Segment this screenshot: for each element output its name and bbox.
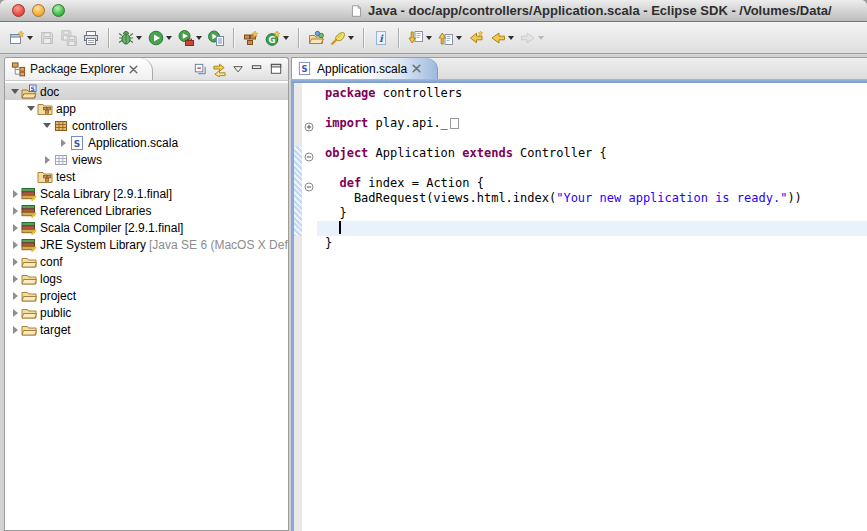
expand-arrow-icon[interactable]: [9, 326, 21, 334]
code-line[interactable]: def index = Action {: [325, 176, 867, 191]
collapse-all-button[interactable]: [192, 61, 209, 78]
dropdown-arrow-icon[interactable]: [348, 36, 354, 40]
dropdown-arrow-icon[interactable]: [27, 36, 33, 40]
code-line[interactable]: [325, 161, 867, 176]
tree-item-public[interactable]: public: [5, 304, 288, 321]
back-button[interactable]: [488, 26, 516, 50]
close-icon[interactable]: [412, 64, 421, 73]
tree-item-doc[interactable]: Sdoc: [5, 83, 288, 100]
dropdown-arrow-icon[interactable]: [196, 36, 202, 40]
save-all-button[interactable]: [59, 26, 79, 50]
code-line[interactable]: [325, 101, 867, 116]
expand-arrow-icon[interactable]: [9, 207, 21, 215]
close-icon[interactable]: [129, 65, 138, 74]
dropdown-arrow-icon[interactable]: [136, 36, 142, 40]
tree-item-target[interactable]: target: [5, 321, 288, 338]
scala-file-icon: S: [69, 135, 85, 151]
new-java-package-button[interactable]: [241, 26, 261, 50]
triangle-glyph: [11, 89, 19, 94]
tree-item-project[interactable]: project: [5, 287, 288, 304]
tree-item-scala-compiler-2-9-1-final[interactable]: Scala Compiler [2.9.1.final]: [5, 219, 288, 236]
code-line[interactable]: [325, 131, 867, 146]
tree-item-application-scala[interactable]: SApplication.scala: [5, 134, 288, 151]
expand-arrow-icon[interactable]: [9, 275, 21, 283]
fold-column[interactable]: [302, 83, 317, 531]
expand-arrow-icon[interactable]: [9, 292, 21, 300]
search-button[interactable]: [328, 26, 356, 50]
code-line[interactable]: BadRequest(views.html.index("Your new ap…: [325, 191, 867, 206]
expand-arrow-icon[interactable]: [57, 139, 69, 147]
fold-expand-icon[interactable]: [304, 118, 314, 136]
tree-item-test[interactable]: test: [5, 168, 288, 185]
dropdown-arrow-icon[interactable]: [166, 36, 172, 40]
code-line-current[interactable]: [317, 221, 867, 236]
tree-item-scala-library-2-9-1-final[interactable]: Scala Library [2.9.1.final]: [5, 185, 288, 202]
tree-item-controllers[interactable]: controllers: [5, 117, 288, 134]
tree-item-views[interactable]: views: [5, 151, 288, 168]
tab-application-scala[interactable]: S Application.scala: [292, 58, 438, 79]
link-with-editor-button[interactable]: [211, 61, 228, 78]
code-area[interactable]: package controllersimport play.api._obje…: [317, 83, 867, 531]
collapse-arrow-icon[interactable]: [25, 106, 37, 111]
tree-item-logs[interactable]: logs: [5, 270, 288, 287]
dropdown-arrow-icon[interactable]: [508, 36, 514, 40]
dropdown-arrow-icon[interactable]: [426, 36, 432, 40]
close-window-button[interactable]: [12, 4, 25, 17]
debug-button[interactable]: [116, 26, 144, 50]
code-line[interactable]: package controllers: [325, 86, 867, 101]
tree-item-jre-system-library[interactable]: JRE System Library[Java SE 6 (MacOS X De…: [5, 236, 288, 253]
dropdown-arrow-icon[interactable]: [283, 36, 289, 40]
triangle-glyph: [43, 123, 51, 128]
code-token-keyword: import: [325, 116, 368, 130]
code-line[interactable]: object Application extends Controller {: [325, 146, 867, 161]
run-button[interactable]: [146, 26, 174, 50]
collapse-arrow-icon[interactable]: [41, 123, 53, 128]
last-edit-location-button[interactable]: [466, 26, 486, 50]
open-type-button[interactable]: [306, 26, 326, 50]
forward-button[interactable]: [518, 26, 546, 50]
collapse-arrow-icon[interactable]: [9, 89, 21, 94]
folder-icon: [21, 271, 37, 287]
run-external-tools-button[interactable]: [176, 26, 204, 50]
view-menu-button[interactable]: [230, 61, 247, 78]
titlebar[interactable]: Java - doc/app/controllers/Application.s…: [0, 0, 867, 22]
code-line[interactable]: import play.api._: [325, 116, 867, 131]
expand-arrow-icon[interactable]: [9, 224, 21, 232]
code-line[interactable]: }: [325, 236, 867, 251]
maximize-button[interactable]: [268, 61, 285, 78]
minimize-window-button[interactable]: [32, 4, 45, 17]
collapsed-region-icon[interactable]: [450, 118, 459, 129]
dropdown-arrow-icon[interactable]: [538, 36, 544, 40]
run-tool-icon: [178, 30, 194, 46]
previous-annotation-button[interactable]: [436, 26, 464, 50]
new-g-wizard-button[interactable]: G: [263, 26, 291, 50]
code-line[interactable]: }: [325, 206, 867, 221]
folder-icon: [21, 288, 37, 304]
minimize-button[interactable]: [249, 61, 266, 78]
expand-arrow-icon[interactable]: [9, 258, 21, 266]
print-button[interactable]: [81, 26, 101, 50]
editor-area: S Application.scala package controllersi…: [291, 57, 867, 531]
maximize-icon: [269, 62, 284, 77]
tree-item-referenced-libraries[interactable]: Referenced Libraries: [5, 202, 288, 219]
minimize-icon: [250, 62, 265, 77]
fold-collapse-icon[interactable]: [304, 148, 314, 166]
document-proxy-icon: [350, 4, 363, 18]
tab-package-explorer[interactable]: Package Explorer: [5, 58, 153, 81]
new-button[interactable]: [7, 26, 35, 50]
zoom-window-button[interactable]: [52, 4, 65, 17]
expand-arrow-icon[interactable]: [9, 309, 21, 317]
expand-arrow-icon[interactable]: [41, 156, 53, 164]
annotation-ruler[interactable]: [294, 83, 302, 531]
coverage-button[interactable]: [206, 26, 226, 50]
expand-arrow-icon[interactable]: [9, 190, 21, 198]
svg-text:G: G: [269, 34, 276, 44]
dropdown-arrow-icon[interactable]: [456, 36, 462, 40]
toggle-info-button[interactable]: i: [371, 26, 391, 50]
save-button[interactable]: [37, 26, 57, 50]
expand-arrow-icon[interactable]: [9, 241, 21, 249]
next-annotation-button[interactable]: [406, 26, 434, 50]
tree-item-app[interactable]: app: [5, 100, 288, 117]
fold-collapse-icon[interactable]: [304, 178, 314, 196]
tree-item-conf[interactable]: conf: [5, 253, 288, 270]
